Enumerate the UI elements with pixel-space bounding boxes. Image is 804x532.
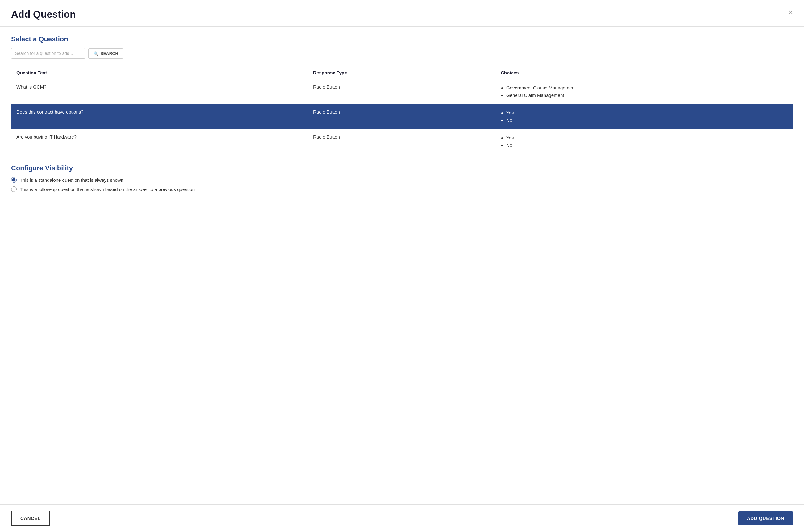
col-header-question: Question Text bbox=[12, 66, 308, 79]
modal-footer: CANCEL ADD QUESTION bbox=[0, 504, 804, 532]
choice-item: No bbox=[506, 117, 788, 124]
configure-visibility-title: Configure Visibility bbox=[11, 164, 793, 172]
visibility-option: This is a standalone question that is al… bbox=[11, 177, 793, 183]
visibility-option: This is a follow-up question that is sho… bbox=[11, 186, 793, 192]
table-cell-question: What is GCM? bbox=[12, 79, 308, 104]
modal-title: Add Question bbox=[11, 8, 793, 20]
col-header-response: Response Type bbox=[308, 66, 496, 79]
table-cell-question: Are you buying IT Hardware? bbox=[12, 129, 308, 154]
modal-body: Select a Question 🔍 SEARCH Question Text… bbox=[0, 26, 804, 504]
table-row[interactable]: Does this contract have options?Radio Bu… bbox=[12, 104, 793, 129]
col-header-choices: Choices bbox=[496, 66, 793, 79]
choice-item: Yes bbox=[506, 134, 788, 141]
modal-header: Add Question × bbox=[0, 0, 804, 26]
search-row: 🔍 SEARCH bbox=[11, 48, 793, 59]
table-cell-choices: YesNo bbox=[496, 104, 793, 129]
choice-item: No bbox=[506, 141, 788, 149]
add-question-modal: Add Question × Select a Question 🔍 SEARC… bbox=[0, 0, 804, 532]
questions-table: Question Text Response Type Choices What… bbox=[11, 66, 793, 154]
search-icon: 🔍 bbox=[94, 51, 99, 56]
search-input[interactable] bbox=[11, 48, 85, 59]
table-cell-response-type: Radio Button bbox=[308, 104, 496, 129]
table-row[interactable]: What is GCM?Radio ButtonGovernment Claus… bbox=[12, 79, 793, 104]
cancel-button[interactable]: CANCEL bbox=[11, 511, 50, 526]
close-button[interactable]: × bbox=[789, 8, 793, 16]
visibility-label-standalone[interactable]: This is a standalone question that is al… bbox=[20, 177, 123, 183]
search-button[interactable]: 🔍 SEARCH bbox=[88, 49, 123, 59]
visibility-radio-standalone[interactable] bbox=[11, 177, 17, 183]
table-cell-response-type: Radio Button bbox=[308, 129, 496, 154]
add-question-button[interactable]: ADD QUESTION bbox=[738, 511, 793, 525]
table-cell-question: Does this contract have options? bbox=[12, 104, 308, 129]
choice-item: Yes bbox=[506, 109, 788, 117]
table-cell-choices: YesNo bbox=[496, 129, 793, 154]
close-icon: × bbox=[789, 8, 793, 16]
choice-item: Government Clause Management bbox=[506, 84, 788, 92]
table-row[interactable]: Are you buying IT Hardware?Radio ButtonY… bbox=[12, 129, 793, 154]
select-question-title: Select a Question bbox=[11, 35, 793, 43]
search-button-label: SEARCH bbox=[100, 51, 118, 56]
configure-visibility-section: Configure Visibility This is a standalon… bbox=[11, 164, 793, 192]
visibility-radio-followup[interactable] bbox=[11, 186, 17, 192]
visibility-label-followup[interactable]: This is a follow-up question that is sho… bbox=[20, 187, 195, 192]
table-cell-response-type: Radio Button bbox=[308, 79, 496, 104]
table-header-row: Question Text Response Type Choices bbox=[12, 66, 793, 79]
table-cell-choices: Government Clause ManagementGeneral Clai… bbox=[496, 79, 793, 104]
choice-item: General Claim Management bbox=[506, 92, 788, 99]
